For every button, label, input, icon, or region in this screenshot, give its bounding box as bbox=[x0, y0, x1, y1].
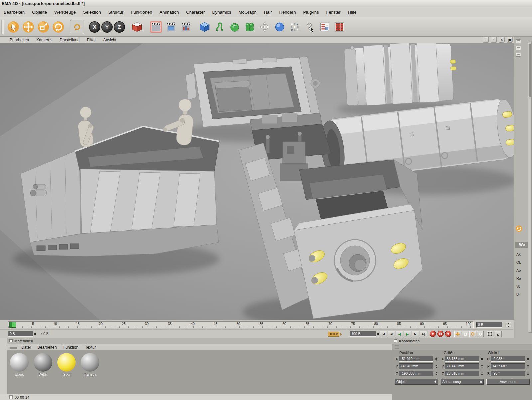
timeline-playhead[interactable] bbox=[9, 322, 16, 328]
menu-item[interactable]: Funktionen bbox=[127, 8, 156, 17]
menu-item[interactable]: Dynamics bbox=[208, 8, 235, 17]
play-reverse-button[interactable]: ◀ bbox=[396, 331, 403, 337]
menu-item[interactable]: Animation bbox=[156, 8, 183, 17]
position-y-stepper[interactable] bbox=[434, 365, 438, 368]
menu-item[interactable]: Hair bbox=[260, 8, 276, 17]
range-start-marker[interactable]: 0 B bbox=[41, 332, 49, 336]
menu-item[interactable]: Fenster bbox=[322, 8, 344, 17]
menu-item[interactable]: Objekte bbox=[28, 8, 51, 17]
size-x-field[interactable]: 36.736 mm bbox=[445, 356, 479, 362]
window-titlebar[interactable]: EMA 4D - [transporterpersoneltest6.stl *… bbox=[0, 0, 532, 7]
size-z-field[interactable]: 28.318 mm bbox=[445, 371, 479, 376]
axis-x-lock-button[interactable]: X bbox=[89, 21, 100, 33]
panel-menu-icon[interactable] bbox=[395, 345, 399, 349]
angle-b-stepper[interactable] bbox=[526, 372, 530, 375]
angle-b-field[interactable]: -90 ° bbox=[491, 371, 525, 376]
prev-frame-button[interactable]: ◀ bbox=[388, 331, 395, 337]
vertical-scrollbar[interactable] bbox=[528, 42, 532, 333]
menu-item[interactable]: MoGraph bbox=[235, 8, 260, 17]
menu-item[interactable]: Struktur bbox=[105, 8, 127, 17]
goto-end-button[interactable]: ▶| bbox=[420, 331, 427, 337]
panel-window-button[interactable] bbox=[516, 53, 521, 57]
spreadsheet-button[interactable] bbox=[318, 20, 332, 34]
materials-menu-bearbeiten[interactable]: Bearbeiten bbox=[34, 344, 60, 350]
position-z-field[interactable]: -190.303 mm bbox=[399, 371, 433, 376]
axis-z-lock-button[interactable]: Z bbox=[114, 21, 125, 33]
materials-panel-header[interactable]: Materialien bbox=[7, 338, 392, 344]
rotate-tool-button[interactable] bbox=[51, 20, 65, 34]
autokey-button[interactable] bbox=[437, 331, 444, 337]
render-settings-button[interactable] bbox=[179, 20, 193, 34]
size-z-stepper[interactable] bbox=[480, 372, 484, 375]
rotate-attribute-icon[interactable] bbox=[515, 225, 523, 232]
coord-size-dropdown[interactable]: Abmessung bbox=[441, 379, 484, 385]
add-modifier-button[interactable] bbox=[243, 20, 257, 34]
range-end-marker[interactable]: 100 B bbox=[328, 332, 342, 337]
key-parameter-toggle[interactable] bbox=[477, 331, 484, 337]
timeline-down-button[interactable] bbox=[506, 325, 511, 327]
material-item[interactable]: Detail bbox=[33, 353, 53, 376]
timeline-ruler[interactable]: 0510152025303540455055606570758085909510… bbox=[8, 321, 474, 328]
add-deformer-button[interactable] bbox=[273, 20, 287, 34]
quantize-grid-button[interactable] bbox=[487, 331, 493, 337]
viewport-menu-item[interactable]: Kameras bbox=[33, 37, 56, 43]
current-frame-stepper[interactable] bbox=[33, 331, 37, 337]
add-cube-button[interactable] bbox=[198, 20, 212, 34]
viewport-menu-item[interactable]: Darstellung bbox=[56, 37, 83, 43]
viewport-pan-icon[interactable]: + bbox=[483, 37, 489, 43]
apply-button[interactable]: Anwenden bbox=[486, 379, 530, 385]
coord-mode-dropdown[interactable]: Objekt bbox=[395, 379, 438, 385]
viewport-rotate-icon[interactable]: ↻ bbox=[499, 37, 505, 43]
last-tool-button[interactable] bbox=[70, 20, 84, 34]
position-y-field[interactable]: 14.046 mm bbox=[399, 363, 433, 369]
model-transporter-left[interactable] bbox=[21, 126, 219, 256]
menu-item[interactable]: Selektion bbox=[79, 8, 104, 17]
viewport[interactable] bbox=[0, 43, 514, 320]
range-end-stepper[interactable] bbox=[376, 331, 380, 337]
render-picture-viewer-button[interactable] bbox=[164, 20, 178, 34]
palette-handle[interactable] bbox=[1, 20, 4, 34]
angle-h-field[interactable]: -2.935 ° bbox=[491, 356, 525, 362]
materials-menu-funktion[interactable]: Funktion bbox=[60, 344, 82, 350]
angle-p-stepper[interactable] bbox=[526, 365, 530, 368]
panel-window-button[interactable] bbox=[516, 39, 521, 43]
timeline-up-button[interactable] bbox=[506, 322, 511, 324]
record-keyframe-button[interactable] bbox=[430, 331, 436, 337]
viewport-menu-item[interactable]: Filter bbox=[83, 37, 100, 43]
menu-item[interactable]: Rendern bbox=[276, 8, 300, 17]
panel-window-button[interactable] bbox=[516, 46, 521, 50]
menu-item[interactable]: Charakter bbox=[182, 8, 208, 17]
material-item[interactable]: Blank bbox=[9, 353, 30, 376]
current-frame-field[interactable]: 0 B bbox=[8, 331, 33, 337]
material-item[interactable]: Transpa bbox=[80, 353, 100, 376]
coordinate-system-button[interactable] bbox=[130, 20, 144, 34]
add-spline-button[interactable] bbox=[213, 20, 227, 34]
position-z-stepper[interactable] bbox=[434, 372, 438, 375]
menu-item[interactable]: Hilfe bbox=[344, 8, 360, 17]
size-y-stepper[interactable] bbox=[480, 365, 484, 368]
goto-start-button[interactable]: |◀ bbox=[380, 331, 387, 337]
key-scale-toggle[interactable] bbox=[462, 331, 468, 337]
selection-tool-button[interactable] bbox=[6, 20, 20, 34]
key-rotation-toggle[interactable] bbox=[469, 331, 476, 337]
viewport-maximize-icon[interactable]: ▣ bbox=[507, 37, 513, 43]
move-tool-button[interactable] bbox=[21, 20, 35, 34]
position-x-stepper[interactable] bbox=[434, 357, 438, 361]
menu-item[interactable]: Bearbeiten bbox=[0, 8, 28, 17]
scale-tool-button[interactable] bbox=[36, 20, 50, 34]
materials-menu-datei[interactable]: Datei bbox=[18, 344, 34, 350]
axis-y-lock-button[interactable]: Y bbox=[101, 21, 113, 33]
size-x-stepper[interactable] bbox=[480, 357, 484, 361]
key-position-toggle[interactable] bbox=[454, 331, 461, 337]
menu-item[interactable]: Werkzeuge bbox=[51, 8, 80, 17]
viewport-dolly-icon[interactable]: ↕ bbox=[491, 37, 497, 43]
angle-h-stepper[interactable] bbox=[526, 357, 530, 361]
viewport-menu-item[interactable]: Ansicht bbox=[99, 37, 120, 43]
record-options-button[interactable] bbox=[445, 331, 451, 337]
next-frame-button[interactable]: ▶ bbox=[412, 331, 419, 337]
menu-item[interactable]: Plug-ins bbox=[299, 8, 322, 17]
attribute-tab[interactable]: We bbox=[515, 242, 529, 248]
size-y-field[interactable]: 71.143 mm bbox=[445, 363, 479, 369]
panel-menu-icon[interactable] bbox=[10, 346, 17, 349]
angle-p-field[interactable]: 142.568 ° bbox=[491, 363, 525, 369]
